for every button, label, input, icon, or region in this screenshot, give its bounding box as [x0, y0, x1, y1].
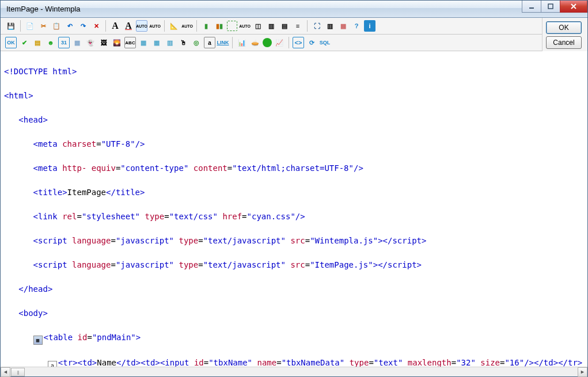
code-line: </head> [4, 283, 584, 295]
tool-icon[interactable]: 📐 [168, 20, 180, 32]
help-icon[interactable]: ? [351, 20, 362, 32]
picture-icon[interactable]: 🖼 [98, 37, 109, 48]
sql-icon[interactable]: SQL [319, 37, 331, 48]
close-button[interactable] [560, 1, 587, 13]
svg-rect-0 [529, 7, 534, 9]
maximize-button[interactable] [541, 1, 560, 13]
save-icon[interactable]: 💾 [5, 20, 17, 32]
svg-rect-1 [548, 4, 553, 9]
textbox-icon[interactable]: a [204, 37, 215, 48]
chart2-icon[interactable]: ▮▮ [214, 20, 225, 32]
redo-icon[interactable]: ↷ [77, 20, 89, 32]
code-icon[interactable]: <> [293, 37, 304, 48]
font-icon[interactable]: A [123, 20, 134, 32]
select-icon[interactable] [227, 21, 237, 31]
info-icon[interactable]: i [364, 20, 375, 32]
trend-icon[interactable]: 📈 [274, 37, 285, 48]
code-line: a<tr><td>Name</td><td><input id="tbxName… [4, 357, 584, 367]
mouse-icon[interactable]: 🖱 [177, 37, 189, 48]
code-line: <script language="javascript" type="text… [4, 235, 584, 247]
auto-icon[interactable]: AUTO [136, 20, 147, 32]
refresh-icon[interactable]: ⟳ [306, 37, 317, 48]
toolbar-row-1: 💾 📄 ✂ 📋 ↶ ↷ ✕ A A AUTO AUTO 📐 AUTO ▮ ▮▮ [1, 18, 542, 35]
image-icon[interactable]: 🌄 [111, 37, 123, 48]
delete-icon[interactable]: ✕ [90, 20, 102, 32]
code-line: ▦<table id="pndMain"> [4, 332, 584, 345]
panel-icon[interactable]: ▥ [164, 37, 176, 48]
abc-icon[interactable]: ABC [124, 37, 136, 48]
app-window: ItemPage - Wintempla 💾 📄 ✂ 📋 ↶ ↷ ✕ A A A… [0, 0, 588, 377]
copy-icon[interactable]: 📄 [24, 20, 36, 32]
record-icon[interactable] [263, 38, 272, 47]
align3-icon[interactable]: ▤ [279, 20, 290, 32]
ok-button[interactable]: OK [546, 21, 582, 34]
code-line: <body> [4, 307, 584, 319]
expand-icon[interactable]: ⛶ [311, 20, 323, 32]
link-icon[interactable]: LINK [217, 37, 229, 48]
auto2-icon[interactable]: AUTO [149, 20, 161, 32]
emoji-icon[interactable]: ☻ [45, 37, 56, 48]
grid-icon[interactable]: ▦ [138, 37, 149, 48]
window-title: ItemPage - Wintempla [6, 5, 81, 13]
table-icon[interactable]: ▦ [151, 37, 162, 48]
code-line: <title>ItemPage</title> [4, 186, 584, 199]
calendar-icon[interactable]: 31 [58, 37, 70, 48]
code-line: <meta http- equiv="content-type" content… [4, 162, 584, 174]
auto4-icon[interactable]: AUTO [239, 20, 251, 32]
bold-icon[interactable]: A [109, 20, 121, 32]
form-icon[interactable]: ▦ [71, 37, 83, 48]
piechart-icon[interactable]: 🥧 [249, 37, 261, 48]
paste-icon[interactable]: 📋 [51, 20, 62, 32]
ok-icon[interactable]: OK [5, 37, 17, 48]
minimize-button[interactable] [522, 1, 541, 13]
wall-icon[interactable]: ▦ [337, 20, 349, 32]
titlebar[interactable]: ItemPage - Wintempla [1, 1, 587, 18]
code-line: <link rel="stylesheet" type="text/css" h… [4, 211, 584, 223]
align2-icon[interactable]: ▥ [265, 20, 277, 32]
chart1-icon[interactable]: ▮ [200, 20, 212, 32]
window-controls [522, 1, 587, 13]
cancel-button[interactable]: Cancel [546, 36, 582, 49]
align1-icon[interactable]: ◫ [252, 20, 264, 32]
undo-icon[interactable]: ↶ [64, 20, 75, 32]
ghost-icon[interactable]: 👻 [85, 37, 96, 48]
code-line: <script language="javascript" type="text… [4, 259, 584, 271]
scroll-thumb[interactable]: ||| [11, 368, 25, 376]
align4-icon[interactable]: ≡ [292, 20, 304, 32]
toolbar-area: 💾 📄 ✂ 📋 ↶ ↷ ✕ A A AUTO AUTO 📐 AUTO ▮ ▮▮ [1, 18, 587, 51]
check-icon[interactable]: ✔ [18, 37, 30, 48]
horizontal-scrollbar[interactable]: ◄ ||| ► [1, 367, 587, 376]
target-icon[interactable]: ◎ [191, 37, 202, 48]
textbox-element-icon: a [48, 361, 57, 367]
code-line: <meta charset="UTF-8"/> [4, 138, 584, 150]
cut-icon[interactable]: ✂ [37, 20, 49, 32]
code-line: <!DOCTYPE html> [4, 66, 584, 78]
barchart-icon[interactable]: 📊 [236, 37, 248, 48]
code-line: <head> [4, 114, 584, 126]
code-editor[interactable]: <!DOCTYPE html> <html> <head> <meta char… [1, 51, 587, 367]
scroll-left-button[interactable]: ◄ [1, 367, 10, 377]
auto3-icon[interactable]: AUTO [181, 20, 193, 32]
dialog-buttons: OK Cancel [542, 18, 587, 51]
columns-icon[interactable]: ▥ [324, 20, 336, 32]
table-element-icon: ▦ [33, 336, 43, 345]
scroll-right-button[interactable]: ► [578, 367, 587, 377]
code-line: <html> [4, 90, 584, 102]
list-icon[interactable]: ▤ [32, 37, 43, 48]
toolbar-row-2: OK ✔ ▤ ☻ 31 ▦ 👻 🖼 🌄 ABC ▦ ▦ ▥ 🖱 ◎ a LINK… [1, 35, 542, 51]
